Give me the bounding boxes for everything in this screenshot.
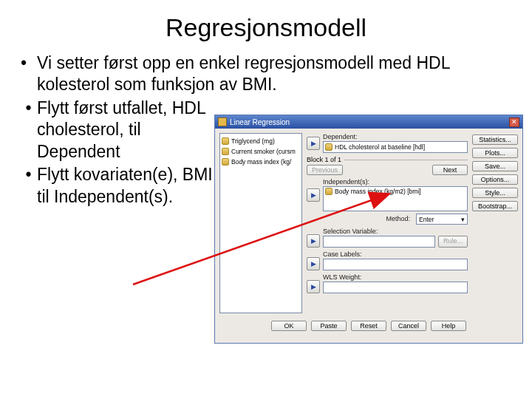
statistics-button[interactable]: Statistics... — [472, 134, 518, 145]
list-item[interactable]: Body mass index (kg/ — [222, 157, 300, 167]
dependent-field[interactable]: HDL cholesterol at baseline [hdl] — [323, 141, 468, 153]
plots-button[interactable]: Plots... — [472, 148, 518, 158]
bullet-2-text: Flytt først utfallet, HDL cholesterol, t… — [37, 98, 218, 163]
bullet-3-text: Flytt kovariaten(e), BMI til Independent… — [37, 164, 218, 208]
list-item[interactable]: Triglycend (mg) — [222, 136, 300, 146]
move-caselabels-button[interactable]: ▶ — [307, 257, 320, 270]
dependent-label: Dependent: — [323, 133, 468, 140]
independent-field[interactable]: Body mass index (kg/m2) [bmi] — [323, 186, 468, 211]
help-button[interactable]: Help — [431, 321, 466, 331]
dialog-footer: OK Paste Reset Cancel Help — [215, 318, 522, 331]
options-button[interactable]: Options... — [472, 174, 518, 185]
save-button[interactable]: Save... — [472, 161, 518, 171]
bullet-1-text: Vi setter først opp en enkel regresjonsm… — [37, 52, 511, 96]
dialog-right-buttons: Statistics... Plots... Save... Options..… — [472, 133, 518, 313]
move-selection-button[interactable]: ▶ — [307, 234, 320, 248]
dialog-app-icon — [218, 117, 227, 126]
scale-icon — [325, 188, 332, 195]
ok-button[interactable]: OK — [271, 321, 307, 331]
dialog-middle: ▶ Dependent: HDL cholesterol at baseline… — [302, 133, 472, 313]
bootstrap-button[interactable]: Bootstrap... — [472, 201, 518, 211]
cancel-button[interactable]: Cancel — [391, 321, 426, 331]
previous-button[interactable]: Previous — [307, 165, 343, 175]
selection-variable-field[interactable] — [323, 236, 435, 248]
dialog-titlebar: Linear Regression ✕ — [215, 115, 522, 129]
dialog-title-text: Linear Regression — [230, 118, 290, 126]
variable-list[interactable]: Triglycend (mg) Current smoker (cursm Bo… — [219, 133, 302, 313]
scale-icon — [222, 148, 229, 155]
paste-button[interactable]: Paste — [311, 321, 347, 331]
scale-icon — [325, 143, 332, 151]
block-header: Block 1 of 1 — [307, 156, 468, 163]
style-button[interactable]: Style... — [472, 188, 518, 198]
chevron-down-icon: ▾ — [461, 216, 465, 223]
case-labels-field[interactable] — [323, 259, 468, 270]
move-wls-button[interactable]: ▶ — [307, 280, 320, 293]
list-item[interactable]: Current smoker (cursm — [222, 146, 300, 157]
move-independent-button[interactable]: ▶ — [307, 188, 320, 202]
scale-icon — [222, 158, 229, 166]
method-label: Method: — [386, 215, 410, 222]
selection-variable-label: Selection Variable: — [323, 228, 468, 235]
case-labels-label: Case Labels: — [323, 250, 468, 258]
next-button[interactable]: Next — [432, 165, 468, 175]
method-select[interactable]: Enter ▾ — [416, 214, 468, 225]
independent-label: Independent(s): — [323, 178, 468, 185]
rule-button[interactable]: Rule... — [438, 236, 468, 248]
move-dependent-button[interactable]: ▶ — [307, 137, 320, 150]
bullet-1: • Vi setter først opp en enkel regresjon… — [21, 52, 511, 96]
wls-field[interactable] — [323, 282, 468, 293]
scale-icon — [222, 137, 229, 145]
wls-label: WLS Weight: — [323, 273, 468, 281]
linear-regression-dialog: Linear Regression ✕ Triglycend (mg) Curr… — [214, 115, 523, 344]
close-icon[interactable]: ✕ — [509, 117, 519, 127]
slide-title: Regresjonsmodell — [0, 13, 532, 42]
reset-button[interactable]: Reset — [351, 321, 386, 331]
